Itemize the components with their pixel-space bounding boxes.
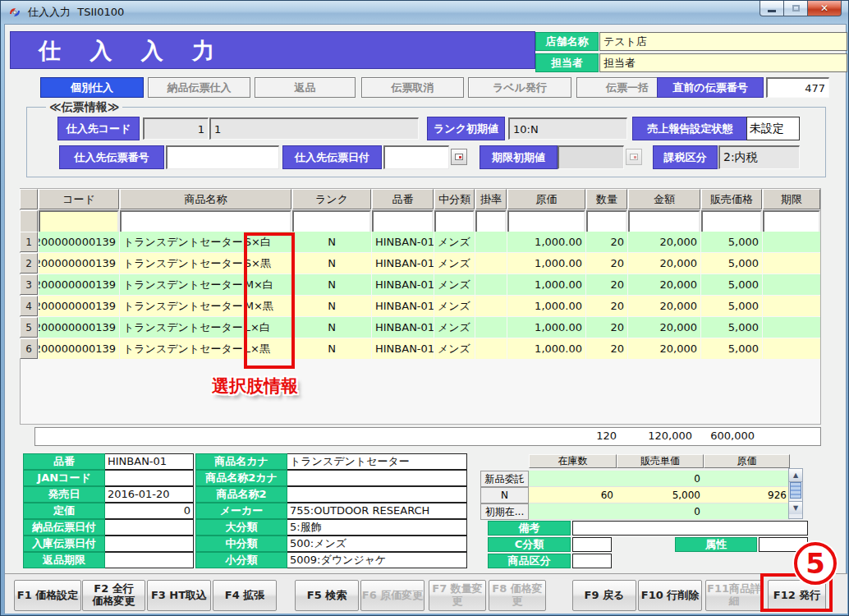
tab-4[interactable]: 伝票取消 — [361, 77, 464, 98]
cell-cost[interactable]: 1,000.00 — [507, 274, 585, 295]
cell-price[interactable]: 5,000 — [701, 317, 762, 338]
cell-limit[interactable] — [763, 296, 820, 316]
detail-value-納品伝票日付[interactable] — [105, 519, 194, 536]
detail-value-品番[interactable]: HINBAN-01 — [105, 453, 194, 470]
titlebar[interactable]: 仕入入力 TSII0100 ✕ — [1, 1, 848, 24]
grid-filter-cell-2[interactable] — [120, 210, 291, 233]
cell-rate[interactable] — [475, 253, 507, 274]
staff-field[interactable]: 担当者 — [599, 53, 847, 72]
grid-filter-cell-5[interactable] — [434, 210, 475, 233]
cell-rank[interactable]: N — [292, 296, 371, 316]
cell-rank[interactable]: N — [292, 338, 371, 359]
cell-quantity[interactable]: 20 — [586, 232, 627, 252]
grid-filter-cell-3[interactable] — [292, 210, 371, 233]
scroll-up-icon[interactable]: ▲ — [789, 469, 802, 482]
maximize-button[interactable] — [784, 1, 807, 16]
grid-filter-cell-9[interactable] — [628, 210, 700, 233]
cell-code[interactable]: 200000000139 — [39, 338, 119, 359]
cell-rank[interactable]: N — [292, 317, 371, 338]
function-key-f3[interactable]: F3 HT取込 — [147, 580, 211, 611]
cell-cost[interactable]: 1,000.00 — [507, 317, 585, 338]
cell-price[interactable]: 5,000 — [701, 274, 762, 295]
grid-filter-cell-7[interactable] — [507, 210, 585, 233]
supplier-slip-date-input[interactable] — [383, 145, 449, 169]
detail-value-大分類[interactable]: 5:服飾 — [287, 519, 467, 536]
c-class-field[interactable] — [572, 537, 612, 552]
cell-rate[interactable] — [475, 338, 507, 359]
detail-value-入庫伝票日付[interactable] — [105, 536, 194, 552]
grid-filter-cell-6[interactable] — [475, 210, 507, 233]
cell-item-number[interactable]: HINBAN-01 — [372, 338, 434, 359]
cell-quantity[interactable]: 20 — [586, 274, 627, 295]
cell-price[interactable]: 5,000 — [701, 232, 762, 252]
detail-value-商品名カナ[interactable]: トランスデントセーター — [287, 453, 467, 470]
store-name-field[interactable]: テスト店 — [599, 32, 847, 51]
memo-field[interactable] — [572, 521, 808, 536]
function-key-f10[interactable]: F10 行削除 — [638, 580, 702, 611]
supplier-slip-number-input[interactable] — [166, 145, 279, 169]
tab-1[interactable]: 個別仕入 — [40, 77, 144, 98]
detail-value-メーカー[interactable]: 755:OUTDOOR RESEARCH — [287, 503, 467, 519]
cell-limit[interactable] — [763, 338, 820, 359]
cell-rank[interactable]: N — [292, 274, 371, 295]
cell-code[interactable]: 200000000139 — [39, 296, 119, 316]
cell-mid-class[interactable]: メンズ — [434, 338, 475, 359]
rank-default-field[interactable]: 10:N — [508, 117, 627, 140]
cell-rate[interactable] — [475, 274, 507, 295]
cell-cost[interactable]: 1,000.00 — [507, 232, 585, 252]
supplier-code-field-2[interactable]: 1 — [209, 117, 419, 140]
cell-rank[interactable]: N — [292, 253, 371, 274]
cell-price[interactable]: 5,000 — [701, 296, 762, 316]
cell-mid-class[interactable]: メンズ — [434, 274, 475, 295]
cell-mid-class[interactable]: メンズ — [434, 232, 475, 252]
cell-cost[interactable]: 1,000.00 — [507, 338, 585, 359]
grid-filter-cell-11[interactable] — [763, 210, 820, 233]
cell-limit[interactable] — [763, 274, 820, 295]
tab-3[interactable]: 返品 — [255, 77, 356, 98]
cell-quantity[interactable]: 20 — [586, 338, 627, 359]
function-key-f5[interactable]: F5 検索 — [295, 580, 359, 611]
cell-rate[interactable] — [475, 296, 507, 316]
cell-price[interactable]: 5,000 — [701, 338, 762, 359]
detail-value-定価[interactable]: 0 — [105, 503, 194, 519]
function-key-f2[interactable]: F2 全行 価格変更 — [82, 580, 145, 611]
tab-2[interactable]: 納品伝票仕入 — [148, 77, 250, 98]
cell-code[interactable]: 200000000139 — [39, 274, 119, 295]
detail-value-返品期限[interactable] — [105, 552, 194, 568]
cell-mid-class[interactable]: メンズ — [434, 253, 475, 274]
cell-amount[interactable]: 20,000 — [628, 232, 700, 252]
cell-code[interactable]: 200000000139 — [39, 253, 119, 274]
grid-filter-cell-8[interactable] — [586, 210, 627, 233]
tab-5[interactable]: ラベル発行 — [468, 77, 571, 98]
detail-value-商品名称2[interactable] — [287, 486, 467, 503]
cell-item-number[interactable]: HINBAN-01 — [372, 274, 434, 295]
cell-quantity[interactable]: 20 — [586, 317, 627, 338]
cell-mid-class[interactable]: メンズ — [434, 317, 475, 338]
minimize-button[interactable] — [760, 1, 784, 16]
cell-limit[interactable] — [763, 232, 820, 252]
cell-amount[interactable]: 20,000 — [628, 274, 700, 295]
cell-rank[interactable]: N — [292, 232, 371, 252]
close-button[interactable]: ✕ — [807, 1, 842, 16]
cell-amount[interactable]: 20,000 — [628, 317, 700, 338]
cell-amount[interactable]: 20,000 — [628, 253, 700, 274]
detail-value-中分類[interactable]: 500:メンズ — [287, 536, 467, 552]
cell-rate[interactable] — [475, 232, 507, 252]
detail-value-商品名称2カナ[interactable] — [287, 470, 467, 486]
cell-mid-class[interactable]: メンズ — [434, 296, 475, 316]
detail-value-小分類[interactable]: 5009:ダウンジャケ — [287, 552, 467, 568]
cell-cost[interactable]: 1,000.00 — [507, 253, 585, 274]
cell-quantity[interactable]: 20 — [586, 296, 627, 316]
grid-filter-cell-1[interactable] — [39, 210, 119, 233]
function-key-f1[interactable]: F1 価格設定 — [14, 580, 81, 611]
supplier-slip-date-calendar-button[interactable] — [451, 149, 467, 165]
cell-limit[interactable] — [763, 317, 820, 338]
cell-item-number[interactable]: HINBAN-01 — [372, 317, 434, 338]
function-key-f9[interactable]: F9 戻る — [572, 580, 636, 611]
cell-amount[interactable]: 20,000 — [628, 338, 700, 359]
stock-scrollbar[interactable]: ▲ ▼ — [788, 468, 803, 519]
cell-cost[interactable]: 1,000.00 — [507, 296, 585, 316]
cell-item-number[interactable]: HINBAN-01 — [372, 232, 434, 252]
cell-item-number[interactable]: HINBAN-01 — [372, 296, 434, 316]
grid-filter-cell-4[interactable] — [372, 210, 434, 233]
